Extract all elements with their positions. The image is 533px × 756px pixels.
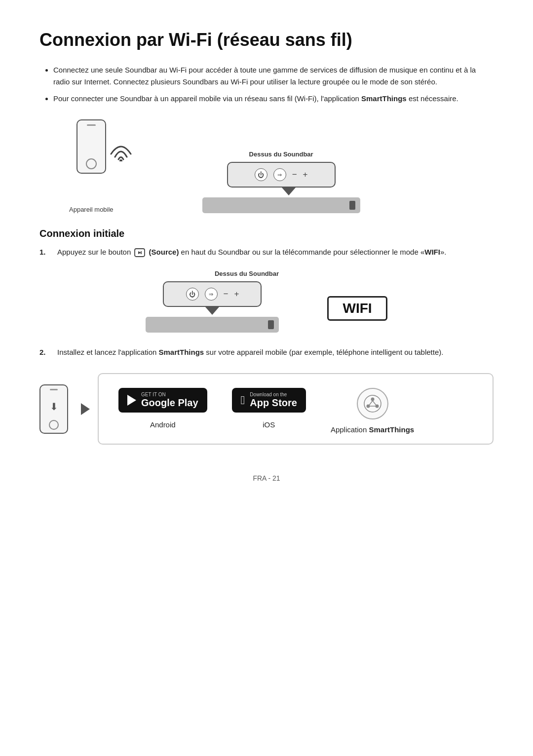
- android-label: Android: [150, 420, 176, 429]
- step2-num: 2.: [39, 346, 51, 358]
- wifi-badge: WIFI: [327, 296, 387, 321]
- svg-line-8: [373, 401, 376, 405]
- phone-small-wrap: ⬇: [39, 384, 73, 434]
- svg-line-7: [369, 401, 373, 405]
- smartthings-item: Application SmartThings: [331, 388, 414, 434]
- bullet2-app: SmartThings: [361, 94, 407, 103]
- svg-point-0: [119, 159, 122, 161]
- step2-app: SmartThings: [158, 348, 204, 356]
- store-section: ⬇ GET IT ON Google Play Android  Downlo…: [39, 373, 494, 445]
- mobile-device-wrap: Appareil mobile: [69, 119, 114, 213]
- smartthings-icon: [357, 388, 388, 419]
- step-2: 2. Installez et lancez l'application Sma…: [39, 346, 494, 358]
- apple-logo-icon: : [241, 393, 245, 407]
- bullet-2: Pour connecter une Soundbar à un apparei…: [53, 93, 494, 105]
- arrow-down-1: [282, 188, 296, 195]
- source-btn-2: ⇒: [205, 288, 218, 301]
- svg-point-4: [371, 398, 374, 401]
- mobile-label: Appareil mobile: [69, 206, 114, 213]
- step1-text: Appuyez sur le bouton (Source) en haut d…: [57, 246, 494, 258]
- app-store-item:  Download on the App Store iOS: [232, 388, 306, 429]
- soundbar-label-top-2: Dessus du Soundbar: [215, 270, 279, 277]
- step1-num: 1.: [39, 246, 51, 258]
- step-1: 1. Appuyez sur le bouton (Source) en hau…: [39, 246, 494, 258]
- step2-text: Installez et lancez l'application SmartT…: [57, 346, 494, 358]
- smartthings-label: Application SmartThings: [331, 425, 414, 434]
- step2-wrap: 2. Installez et lancez l'application Sma…: [39, 346, 494, 358]
- phone-small-illustration: ⬇: [39, 384, 68, 434]
- page-footer: FRA - 21: [39, 474, 494, 482]
- google-play-button[interactable]: GET IT ON Google Play: [118, 388, 207, 413]
- wifi-waves-icon: [106, 134, 136, 161]
- source-btn-1: ⇒: [273, 168, 286, 181]
- step1-suffix: en haut du Soundbar ou sur la télécomman…: [179, 248, 424, 256]
- power-btn-1: ⏻: [255, 168, 267, 181]
- minus-btn-1: −: [292, 170, 297, 180]
- intro-bullets: Connectez une seule Soundbar au Wi-Fi po…: [39, 64, 494, 105]
- store-box: GET IT ON Google Play Android  Download…: [98, 373, 494, 445]
- soundbar-col-2: ⏻ ⇒ − +: [146, 281, 279, 333]
- soundbar-body-1: [202, 197, 360, 213]
- app-store-big-text: App Store: [250, 397, 297, 409]
- google-play-small-text: GET IT ON: [141, 392, 198, 397]
- step1-prefix: Appuyez sur le bouton: [57, 248, 133, 256]
- plus-btn-1: +: [303, 170, 308, 180]
- soundbar-wrap-1: Dessus du Soundbar ⏻ ⇒ − +: [202, 151, 360, 213]
- smartthings-label-prefix: Application: [331, 425, 369, 434]
- power-btn-2: ⏻: [186, 288, 199, 301]
- plus-btn-2: +: [234, 289, 239, 299]
- minus-btn-2: −: [224, 289, 228, 299]
- step1-source: (Source): [149, 248, 179, 256]
- step1-end: ».: [440, 248, 447, 256]
- bullet2-suffix: est nécessaire.: [407, 94, 458, 103]
- diagram-row-1: Appareil mobile Dessus du Soundbar ⏻ ⇒ −…: [69, 119, 494, 213]
- smartthings-svg-icon: [363, 394, 382, 413]
- app-store-small-text: Download on the: [250, 392, 297, 397]
- soundbar-label-top-1: Dessus du Soundbar: [249, 151, 313, 158]
- arrow-down-2: [205, 307, 219, 315]
- smartthings-label-bold: SmartThings: [369, 425, 414, 434]
- soundbar-top-panel-1: ⏻ ⇒ − +: [227, 162, 336, 188]
- app-store-text: Download on the App Store: [250, 392, 297, 409]
- google-play-big-text: Google Play: [141, 397, 198, 409]
- section-connexion-initiale: Connexion initiale: [39, 228, 494, 239]
- bullet2-prefix: Pour connecter une Soundbar à un apparei…: [53, 94, 361, 103]
- mobile-device-illustration: [76, 119, 106, 174]
- step2-prefix: Installez et lancez l'application: [57, 348, 158, 356]
- ios-label: iOS: [263, 420, 275, 429]
- diagram-2: Dessus du Soundbar ⏻ ⇒ − + WIFI: [39, 270, 494, 333]
- google-play-text: GET IT ON Google Play: [141, 392, 198, 409]
- app-store-button[interactable]:  Download on the App Store: [232, 388, 306, 413]
- step1-wifi: WIFI: [424, 248, 440, 256]
- bullet-1: Connectez une seule Soundbar au Wi-Fi po…: [53, 64, 494, 88]
- steps-list: 1. Appuyez sur le bouton (Source) en hau…: [39, 246, 494, 258]
- google-play-item: GET IT ON Google Play Android: [118, 388, 207, 429]
- page-title: Connexion par Wi-Fi (réseau sans fil): [39, 30, 494, 50]
- play-triangle-icon: [127, 395, 136, 406]
- arrow-right-icon: [81, 403, 90, 415]
- soundbar-top-panel-2: ⏻ ⇒ − +: [163, 281, 262, 307]
- soundbar-row2: ⏻ ⇒ − + WIFI: [146, 281, 387, 333]
- source-icon-inline: [133, 248, 147, 258]
- soundbar-body-2: [146, 317, 279, 333]
- step2-suffix: sur votre appareil mobile (par exemple, …: [204, 348, 443, 356]
- download-icon: ⬇: [50, 401, 58, 413]
